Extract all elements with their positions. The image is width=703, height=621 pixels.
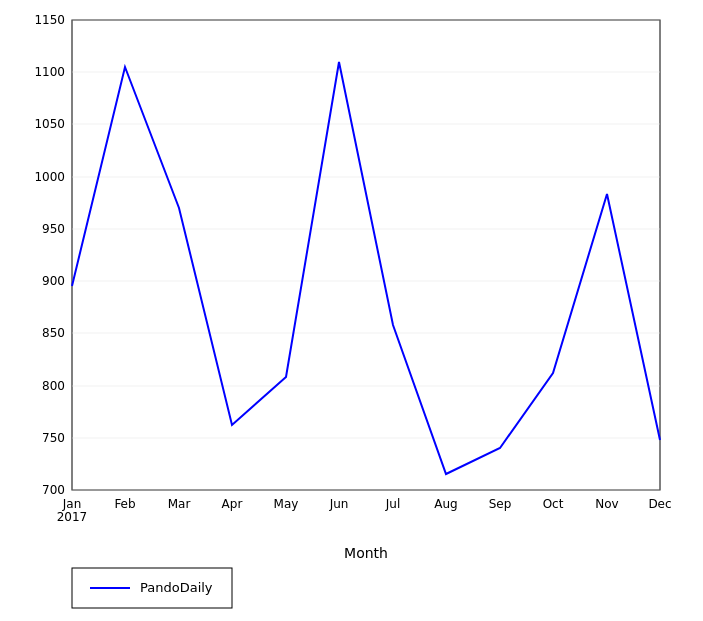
y-tick-750: 750 xyxy=(42,431,65,445)
x-tick-dec: Dec xyxy=(648,497,671,511)
x-tick-jan: Jan xyxy=(62,497,82,511)
svg-rect-1 xyxy=(72,20,660,490)
x-tick-sep: Sep xyxy=(489,497,512,511)
y-tick-950: 950 xyxy=(42,222,65,236)
x-tick-apr: Apr xyxy=(222,497,243,511)
x-tick-year: 2017 xyxy=(57,510,88,524)
y-tick-800: 800 xyxy=(42,379,65,393)
legend-label: PandoDaily xyxy=(140,580,213,595)
x-tick-jul: Jul xyxy=(385,497,400,511)
y-tick-700: 700 xyxy=(42,483,65,497)
y-tick-1050: 1050 xyxy=(34,117,65,131)
x-tick-oct: Oct xyxy=(543,497,564,511)
x-tick-feb: Feb xyxy=(114,497,135,511)
x-tick-may: May xyxy=(274,497,299,511)
y-tick-1100: 1100 xyxy=(34,65,65,79)
x-tick-mar: Mar xyxy=(168,497,191,511)
x-axis-label: Month xyxy=(344,545,388,561)
y-tick-850: 850 xyxy=(42,326,65,340)
y-tick-1000: 1000 xyxy=(34,170,65,184)
y-tick-1150: 1150 xyxy=(34,13,65,27)
x-tick-jun: Jun xyxy=(329,497,349,511)
y-tick-900: 900 xyxy=(42,274,65,288)
chart-container: 1150 1100 1050 1000 950 900 850 800 750 xyxy=(0,0,703,621)
line-chart: 1150 1100 1050 1000 950 900 850 800 750 xyxy=(0,0,703,621)
x-tick-aug: Aug xyxy=(434,497,457,511)
x-tick-nov: Nov xyxy=(595,497,618,511)
